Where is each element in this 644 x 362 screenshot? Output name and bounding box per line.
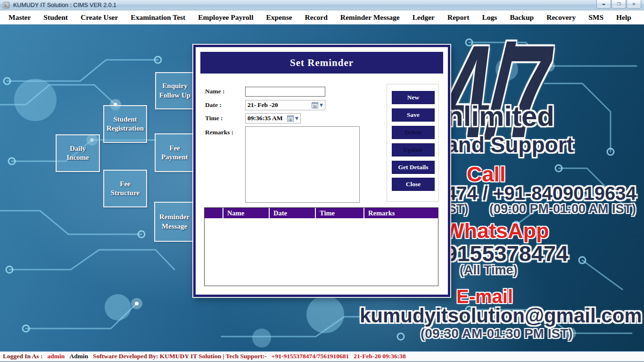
main-background: 4/7 nlimited and Support Call 474 / +91-… bbox=[0, 25, 644, 351]
remarks-textarea[interactable] bbox=[245, 126, 360, 203]
close-button[interactable]: ✕ bbox=[627, 0, 641, 8]
menu-item-ledger[interactable]: Ledger bbox=[413, 13, 435, 22]
menu-item-employee-payroll[interactable]: Employee Payroll bbox=[198, 13, 253, 22]
menu-item-record[interactable]: Record bbox=[305, 13, 328, 22]
dialog-title: Set Reminder bbox=[200, 52, 443, 74]
tile-reminder-message[interactable]: Reminder Message bbox=[154, 202, 195, 242]
save-button[interactable]: Save bbox=[392, 108, 435, 122]
logged-in-role: Admin bbox=[69, 353, 88, 360]
minimize-button[interactable]: ▬ bbox=[596, 0, 611, 8]
calendar-icon bbox=[312, 102, 318, 108]
menu-item-master[interactable]: Master bbox=[8, 13, 31, 22]
promo-call-hours-left: ST) bbox=[448, 202, 469, 216]
menu-item-recovery[interactable]: Recovery bbox=[546, 13, 576, 22]
promo-support-text: and Support bbox=[446, 132, 574, 157]
remarks-label: Remarks : bbox=[205, 129, 233, 136]
menu-item-student[interactable]: Student bbox=[43, 13, 68, 22]
date-value: 21- Feb -20 bbox=[248, 101, 312, 109]
promo-whatsapp-number: 9155378474 bbox=[445, 240, 568, 266]
menu-item-report[interactable]: Report bbox=[447, 13, 470, 22]
name-label: Name : bbox=[205, 88, 225, 95]
promo-call-numbers: 474 / +91-8409019634 bbox=[446, 183, 636, 204]
support-numbers: +91-9155378474/7561910681 bbox=[272, 353, 349, 360]
window-controls: ▬ ❐ ✕ bbox=[596, 0, 641, 8]
app-icon bbox=[3, 2, 9, 8]
promo-email-hours: (09:30 AM-01:30 PM IST) bbox=[421, 326, 573, 341]
new-button[interactable]: New bbox=[392, 91, 435, 104]
table-header-name: Name bbox=[223, 208, 270, 218]
menu-item-sms[interactable]: SMS bbox=[588, 13, 603, 22]
menu-bar: Master Student Create User Examination T… bbox=[0, 10, 644, 25]
promo-whatsapp-hours: (All Time) bbox=[460, 263, 518, 278]
chevron-down-icon[interactable]: ▼ bbox=[320, 103, 323, 107]
update-button[interactable]: Update bbox=[392, 143, 435, 156]
time-value: 09:36:35 AM bbox=[248, 115, 287, 122]
name-input[interactable] bbox=[245, 87, 325, 97]
tile-fee-payment[interactable]: Fee Payment bbox=[155, 133, 195, 172]
get-details-button[interactable]: Get Details bbox=[392, 161, 435, 174]
table-header-remarks: Remarks bbox=[364, 208, 438, 218]
date-label: Date : bbox=[205, 101, 222, 109]
dialog-button-group: New Save Delete Update Get Details Close bbox=[387, 84, 439, 202]
reminder-table-body bbox=[205, 218, 438, 286]
menu-item-help[interactable]: Help bbox=[616, 13, 631, 22]
restore-button[interactable]: ❐ bbox=[611, 0, 626, 8]
reminder-table-header: Name Date Time Remarks bbox=[205, 208, 438, 218]
minimize-icon: ▬ bbox=[602, 2, 605, 6]
tile-daily-income[interactable]: Daily Income bbox=[56, 134, 100, 172]
menu-item-examination-test[interactable]: Examination Test bbox=[131, 13, 185, 22]
restore-icon: ❐ bbox=[617, 2, 620, 7]
date-picker[interactable]: 21- Feb -20 ▼ bbox=[245, 100, 325, 110]
reminder-table: Name Date Time Remarks bbox=[204, 207, 438, 286]
window-titlebar: KUMUDY IT Solution : CIMS VER 2.0.1 ▬ ❐ … bbox=[0, 0, 644, 10]
tile-enquiry-follow-up[interactable]: Enquiry Follow Up bbox=[155, 72, 195, 109]
promo-whatsapp-label: WhatsApp bbox=[444, 219, 549, 243]
table-header-time: Time bbox=[316, 208, 364, 218]
delete-button[interactable]: Delete bbox=[392, 126, 435, 139]
calendar-icon bbox=[287, 115, 294, 122]
logged-in-label: Logged In As : bbox=[3, 353, 42, 360]
time-label: Time : bbox=[205, 115, 223, 122]
table-header-date: Date bbox=[270, 208, 316, 218]
promo-email-address: kumudyitsolution@gmail.com bbox=[360, 304, 642, 327]
time-picker[interactable]: 09:36:35 AM ▼ bbox=[245, 113, 301, 123]
chevron-down-icon[interactable]: ▼ bbox=[295, 116, 298, 121]
promo-unlimited-text: nlimited bbox=[446, 100, 554, 132]
menu-item-reminder-message[interactable]: Reminder Message bbox=[340, 13, 400, 22]
developer-credit: Software Developed By: KUMUDY IT Solutio… bbox=[93, 353, 267, 360]
table-header-selector bbox=[205, 208, 223, 218]
menu-item-backup[interactable]: Backup bbox=[510, 13, 534, 22]
close-dialog-button[interactable]: Close bbox=[392, 178, 435, 191]
promo-call-hours-right: (09:00 PM-01:00 AM IST) bbox=[489, 202, 636, 216]
window-title: KUMUDY IT Solution : CIMS VER 2.0.1 bbox=[13, 2, 116, 8]
logged-in-username: admin bbox=[47, 353, 65, 360]
close-icon: ✕ bbox=[632, 2, 636, 7]
menu-item-logs[interactable]: Logs bbox=[482, 13, 497, 22]
set-reminder-dialog: Set Reminder Name : Date : Time : Remark… bbox=[193, 45, 450, 297]
tile-student-registration[interactable]: Student Registration bbox=[103, 105, 147, 143]
menu-item-expense[interactable]: Expense bbox=[266, 13, 292, 22]
status-datetime: 21-Feb-20 09:36:38 bbox=[354, 353, 406, 360]
menu-item-create-user[interactable]: Create User bbox=[81, 13, 118, 22]
status-bar: Logged In As : admin Admin Software Deve… bbox=[0, 351, 644, 362]
tile-fee-structure[interactable]: Fee Structure bbox=[103, 170, 147, 207]
